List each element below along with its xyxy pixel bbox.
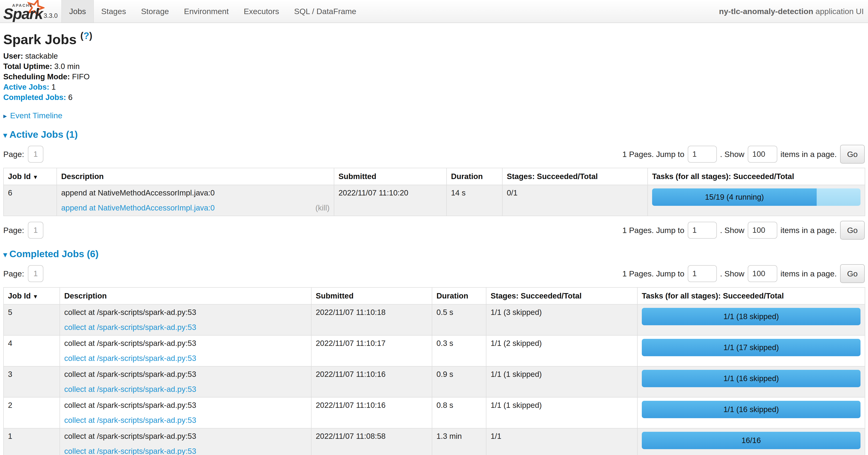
items-per-page-input[interactable] [748,146,777,163]
summary-uptime-label: Total Uptime: [3,62,52,70]
job-description-link[interactable]: collect at /spark-scripts/spark-ad.py:53 [64,323,196,332]
table-row: 4 collect at /spark-scripts/spark-ad.py:… [3,335,865,366]
job-id-cell: 1 [3,428,60,455]
items-per-page-input[interactable] [748,265,777,282]
description-cell: collect at /spark-scripts/spark-ad.py:53… [60,397,311,428]
summary-user: User: stackable [3,51,865,61]
column-header-submitted[interactable]: Submitted [311,287,432,304]
items-per-page-input[interactable] [748,222,777,239]
tasks-cell: 1/1 (17 skipped) [637,335,865,366]
submitted-cell: 2022/11/07 11:10:20 [334,185,446,216]
active-jobs-header[interactable]: ▾Active Jobs (1) [3,129,865,140]
submitted-cell: 2022/11/07 11:08:58 [311,428,432,455]
summary-active-jobs-link[interactable]: Active Jobs: [3,83,49,91]
summary-uptime: Total Uptime: 3.0 min [3,61,865,72]
active-jobs-header-label: Active Jobs (1) [9,129,78,140]
job-id-cell: 6 [3,185,57,216]
tasks-cell: 16/16 [637,428,865,455]
active-jobs-pagination-top: Page: 1 Pages. Jump to . Show items in a… [3,145,865,164]
items-in-page-label: items in a page. [781,269,837,278]
column-header-stages[interactable]: Stages: Succeeded/Total [486,287,637,304]
help-link[interactable]: (?) [81,30,92,41]
tab-executors[interactable]: Executors [236,0,287,23]
tab-jobs[interactable]: Jobs [61,0,94,23]
submitted-cell: 2022/11/07 11:10:17 [311,335,432,366]
tasks-cell: 1/1 (16 skipped) [637,366,865,397]
duration-cell: 1.3 min [432,428,486,455]
column-header-tasks[interactable]: Tasks (for all stages): Succeeded/Total [637,287,865,304]
active-jobs-pagination-bottom: Page: 1 Pages. Jump to . Show items in a… [3,221,865,239]
summary-scheduling-mode: Scheduling Mode: FIFO [3,72,865,82]
event-timeline-toggle[interactable]: ▸Event Timeline [3,111,865,120]
show-label: . Show [720,150,744,159]
spark-logo[interactable]: APACHE Spark 3.3.0 [0,0,61,23]
column-header-job-id[interactable]: Job Id▼ [3,287,60,304]
summary-completed-jobs-link[interactable]: Completed Jobs: [3,93,66,102]
job-description: collect at /spark-scripts/spark-ad.py:53 [64,370,307,379]
table-row: 6 append at NativeMethodAccessorImpl.jav… [3,185,865,216]
jump-to-input[interactable] [688,265,717,282]
tasks-progress-bar: 1/1 (18 skipped) [642,308,861,325]
summary-scheduling-label: Scheduling Mode: [3,72,70,81]
summary-user-value: stackable [25,52,58,60]
column-header-duration[interactable]: Duration [446,168,502,185]
tasks-cell: 1/1 (18 skipped) [637,304,865,335]
column-header-tasks[interactable]: Tasks (for all stages): Succeeded/Total [648,168,865,185]
page-number-input[interactable] [28,146,43,163]
job-id-cell: 5 [3,304,60,335]
tab-environment[interactable]: Environment [177,0,236,23]
go-button[interactable]: Go [840,221,865,239]
job-description-link[interactable]: collect at /spark-scripts/spark-ad.py:53 [64,416,196,425]
job-description-link[interactable]: append at NativeMethodAccessorImpl.java:… [61,203,215,212]
column-header-description[interactable]: Description [60,287,311,304]
job-description: collect at /spark-scripts/spark-ad.py:53 [64,339,307,348]
column-header-stages[interactable]: Stages: Succeeded/Total [502,168,648,185]
job-description: collect at /spark-scripts/spark-ad.py:53 [64,401,307,410]
tasks-progress-label: 16/16 [741,436,761,445]
duration-cell: 0.5 s [432,304,486,335]
job-description-link[interactable]: collect at /spark-scripts/spark-ad.py:53 [64,385,196,394]
tasks-progress-bar: 15/19 (4 running) [652,189,817,206]
sort-desc-icon: ▼ [33,293,38,300]
tab-storage[interactable]: Storage [134,0,177,23]
tasks-progress-track: 1/1 (16 skipped) [642,401,861,418]
job-id-cell: 3 [3,366,60,397]
jump-to-input[interactable] [688,222,717,239]
job-description-link[interactable]: collect at /spark-scripts/spark-ad.py:53 [64,354,196,363]
job-summary-list: User: stackable Total Uptime: 3.0 min Sc… [3,51,865,103]
spark-version: 3.3.0 [43,12,58,20]
tasks-progress-label: 15/19 (4 running) [705,193,764,202]
stages-cell: 1/1 (3 skipped) [486,304,637,335]
completed-jobs-header[interactable]: ▾Completed Jobs (6) [3,249,865,259]
active-jobs-table: Job Id▼ Description Submitted Duration S… [3,168,865,216]
tasks-progress-label: 1/1 (18 skipped) [723,312,779,321]
tab-sql-dataframe[interactable]: SQL / DataFrame [287,0,364,23]
job-description: collect at /spark-scripts/spark-ad.py:53 [64,432,307,441]
tasks-progress-track: 1/1 (16 skipped) [642,370,861,387]
stages-cell: 1/1 (1 skipped) [486,397,637,428]
help-question-icon[interactable]: ? [84,30,89,41]
table-row: 2 collect at /spark-scripts/spark-ad.py:… [3,397,865,428]
column-header-duration[interactable]: Duration [432,287,486,304]
pages-jump-label: 1 Pages. Jump to [622,150,684,159]
column-header-job-id[interactable]: Job Id▼ [3,168,57,185]
jump-to-input[interactable] [688,146,717,163]
tasks-progress-track: 16/16 [642,432,861,449]
page-number-input[interactable] [28,222,43,239]
nav-tabs: Jobs Stages Storage Environment Executor… [61,0,364,23]
submitted-cell: 2022/11/07 11:10:16 [311,366,432,397]
completed-jobs-header-row: Job Id▼ Description Submitted Duration S… [3,287,865,304]
page-number-input[interactable] [28,265,43,282]
pages-jump-label: 1 Pages. Jump to [622,226,684,235]
column-header-description[interactable]: Description [57,168,334,185]
job-description-link[interactable]: collect at /spark-scripts/spark-ad.py:53 [64,447,196,455]
description-cell: collect at /spark-scripts/spark-ad.py:53… [60,304,311,335]
tasks-progress-bar: 1/1 (16 skipped) [642,401,861,418]
go-button[interactable]: Go [840,145,865,164]
kill-link[interactable]: (kill) [315,203,330,212]
stages-cell: 1/1 (2 skipped) [486,335,637,366]
go-button[interactable]: Go [840,264,865,283]
tab-stages[interactable]: Stages [94,0,134,23]
column-header-submitted[interactable]: Submitted [334,168,446,185]
summary-active-jobs: Active Jobs: 1 [3,82,865,92]
